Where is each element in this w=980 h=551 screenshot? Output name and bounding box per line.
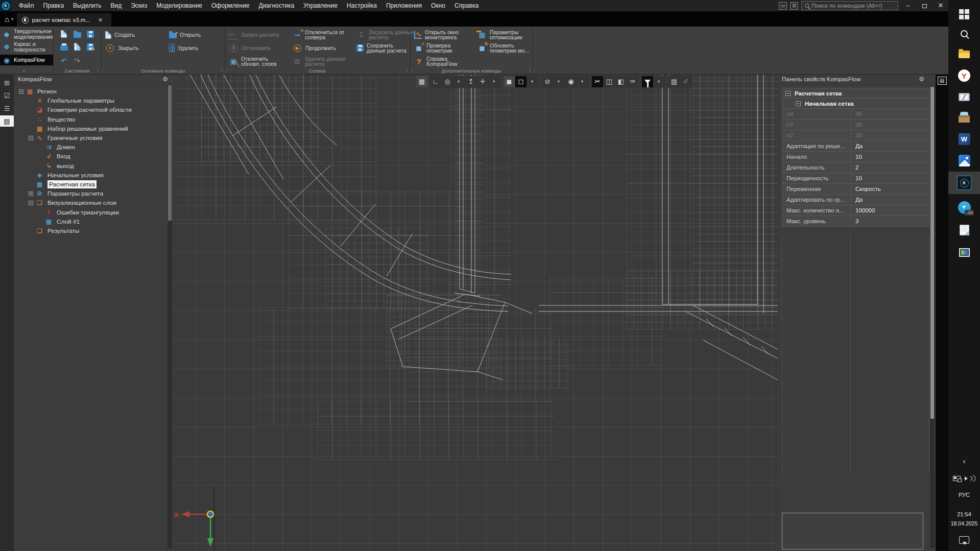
pipette-icon[interactable]: ✐ xyxy=(680,76,691,87)
property-group[interactable]: −Начальная сетка xyxy=(782,99,929,109)
properties-panel-icon[interactable]: ▤ xyxy=(0,115,14,127)
menu-item[interactable]: Диагностика xyxy=(254,1,299,11)
collapse-icon[interactable]: − xyxy=(29,136,33,140)
ribbon-button[interactable]: Создать xyxy=(105,28,165,41)
kompas-logo-icon[interactable]: К xyxy=(0,0,11,11)
property-value[interactable]: Да xyxy=(851,141,929,151)
ribbon-button[interactable]: ◼↻Обновить геометрию мо... xyxy=(477,41,537,55)
ribbon-button[interactable]: ◼✓Проверка геометрии xyxy=(414,41,473,55)
ribbon-button[interactable]: Удалить xyxy=(169,41,227,55)
system-print-icon[interactable] xyxy=(60,43,68,53)
menu-item[interactable]: Моделирование xyxy=(152,1,207,11)
property-group[interactable]: −Расчетная сетка xyxy=(782,88,929,99)
tree-item[interactable]: ❏Результаты xyxy=(14,226,167,235)
telegram-icon[interactable]: ➤..10 xyxy=(948,197,980,218)
collapse-icon[interactable]: − xyxy=(796,101,801,106)
window-settings-icon[interactable]: ⊡ xyxy=(790,2,798,10)
menu-item[interactable]: Выделить xyxy=(68,1,106,11)
property-value[interactable]: 2 xyxy=(851,162,929,173)
dropdown-caret-icon[interactable]: ▾ xyxy=(556,76,562,87)
shaded-view-icon[interactable]: ◼ xyxy=(504,76,515,87)
grid-snap-icon[interactable]: ▦ xyxy=(416,76,427,87)
ribbon-button[interactable]: ▦▬Параметры оптимизации xyxy=(477,28,537,41)
zoom-area-icon[interactable]: ◎ xyxy=(442,76,453,87)
properties-scrollbar[interactable] xyxy=(930,86,935,548)
dropdown-caret-icon[interactable]: ▾ xyxy=(579,76,585,87)
tree-item[interactable]: −▦Регион xyxy=(14,87,167,96)
dropdown-caret-icon[interactable]: ▾ xyxy=(491,76,497,87)
tree-item[interactable]: ∴Вещество xyxy=(14,115,167,124)
tree-item[interactable]: −❏Визуализационные слои xyxy=(14,198,167,207)
ribbon-button[interactable]: ↗Открыть xyxy=(169,28,227,41)
tree-item[interactable]: ⇉Домен xyxy=(14,142,167,152)
hide-objects-icon[interactable]: ⊘ xyxy=(542,76,553,87)
clip-icon[interactable]: ✂ xyxy=(592,76,603,87)
network-icon[interactable] xyxy=(953,476,961,481)
filter-icon[interactable] xyxy=(642,76,653,87)
property-value[interactable]: 10 xyxy=(851,152,929,162)
close-button[interactable]: ✕ xyxy=(934,1,947,11)
yandex-browser-icon[interactable]: Y xyxy=(948,65,980,86)
tree-item[interactable]: −∿Граничные условия xyxy=(14,133,167,142)
gear-icon[interactable]: ⚙ xyxy=(919,76,924,83)
home-icon[interactable]: ⌂ xyxy=(5,15,9,23)
collapse-icon[interactable]: − xyxy=(19,89,23,94)
windows-start-icon[interactable] xyxy=(948,4,980,25)
tree-item[interactable]: ▦Слой #1 xyxy=(14,217,167,226)
menu-item[interactable]: Файл xyxy=(14,1,39,11)
touch-icon[interactable]: ✑ xyxy=(627,76,638,87)
layers-list-icon[interactable]: ☰ xyxy=(0,103,14,114)
speaker-icon[interactable] xyxy=(964,475,975,482)
photos-icon[interactable] xyxy=(948,150,980,171)
clock-time[interactable]: 21:54 xyxy=(948,511,980,517)
menu-item[interactable]: Правка xyxy=(39,1,69,11)
wireframe-view-icon[interactable]: ◻ xyxy=(515,76,527,87)
command-search-input[interactable]: Поиск по командам (Alt+/) xyxy=(801,1,898,10)
system-save-as-icon[interactable]: ✎ xyxy=(87,43,94,53)
tree-item[interactable]: +⚙Параметры расчета xyxy=(14,189,167,198)
dropdown-caret-icon[interactable]: ▾ xyxy=(529,76,535,87)
property-value[interactable]: 10 xyxy=(851,173,929,183)
gear-icon[interactable]: ⚙ xyxy=(162,76,168,83)
home-caret-icon[interactable]: ▾ xyxy=(11,16,14,21)
ribbon-mode-item[interactable]: ❖Каркас и поверхности xyxy=(0,40,53,53)
layers-column-icon[interactable]: ▥ xyxy=(668,76,680,87)
ribbon-button[interactable]: ∿Открыть окно мониторинга xyxy=(414,28,473,41)
menu-item[interactable]: Оформление xyxy=(207,1,254,11)
ribbon-button[interactable]: ⊸×Отключиться от солвера xyxy=(293,28,352,41)
group-overflow-icon[interactable]: ⋮⋮ xyxy=(405,67,413,73)
ribbon-mode-active[interactable]: ◉KompasFlow xyxy=(0,55,53,65)
tree-item[interactable]: ▦Расчетная сетка xyxy=(14,180,167,189)
ribbon-button[interactable]: Сохранить данные расчета xyxy=(356,41,416,55)
ribbon-mode-item[interactable]: ◆Твердотельное моделирование xyxy=(0,28,53,40)
checklist-icon[interactable]: ☑ xyxy=(0,90,14,101)
tree-item[interactable]: ▦Набор решаемых уравнений xyxy=(14,124,167,133)
ribbon-button[interactable]: ?Справка KompasFlow xyxy=(414,55,473,68)
system-redo-icon[interactable]: ↷ xyxy=(73,56,82,65)
ribbon-button[interactable]: ▣╲Отключить обновл. слоев xyxy=(229,55,289,68)
system-open-folder-icon[interactable] xyxy=(74,31,81,40)
ribbon-button[interactable]: ×Закрыть xyxy=(105,41,165,55)
notification-center-icon[interactable] xyxy=(959,536,969,544)
tree-item[interactable]: ◈Начальные условия xyxy=(14,171,167,180)
menu-item[interactable]: Окно xyxy=(426,1,450,11)
viewport-3d[interactable]: X Y ▦∟◎▾↥✛▾◼◻▾⊘▾◉▾✂◫◧✑▾▥✐ xyxy=(172,75,778,551)
kompas-3d-icon[interactable]: К xyxy=(948,172,980,194)
collapse-icon[interactable]: − xyxy=(29,201,33,205)
ribbon-button[interactable]: ▶Продолжить xyxy=(293,41,352,55)
tree-item[interactable]: ↳выход xyxy=(14,161,167,171)
corner-measure-icon[interactable]: ∟ xyxy=(430,76,441,87)
orient-view-icon[interactable]: ↥ xyxy=(465,76,476,87)
dropdown-caret-icon[interactable]: ▾ xyxy=(456,76,462,87)
mesh-window-icon[interactable]: ◫ xyxy=(604,76,615,87)
minimize-button[interactable]: – xyxy=(901,1,915,11)
expand-icon[interactable]: + xyxy=(29,191,33,196)
document-tab[interactable]: расчет компас v3.m... ✕ xyxy=(17,13,111,27)
system-monitor-icon[interactable] xyxy=(948,87,980,107)
word-icon[interactable]: W xyxy=(948,129,980,149)
tab-close-icon[interactable]: ✕ xyxy=(98,17,103,23)
system-new-doc-icon[interactable] xyxy=(61,30,67,40)
menu-item[interactable]: Настройка xyxy=(342,1,381,11)
property-value[interactable]: 100000 xyxy=(851,205,929,215)
property-value[interactable]: 3 xyxy=(851,216,929,226)
